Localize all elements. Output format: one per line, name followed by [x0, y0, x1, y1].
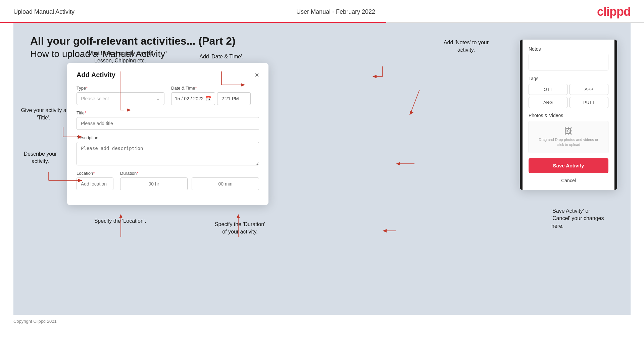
- title-row: Title*: [77, 110, 259, 130]
- modal-title: Add Activity: [77, 71, 115, 79]
- svg-marker-17: [373, 75, 377, 78]
- notes-textarea[interactable]: [529, 54, 608, 70]
- description-row: Description: [77, 135, 259, 165]
- calendar-icon: 📅: [206, 96, 211, 101]
- date-time-group: Date & Time* 15 / 02 / 2022 📅 2:21 PM: [171, 86, 259, 105]
- manual-label: User Manual - February 2022: [296, 8, 375, 15]
- date-label: Date & Time*: [171, 86, 259, 91]
- title-input[interactable]: [77, 117, 259, 130]
- type-select[interactable]: Please select ⌄: [77, 92, 164, 105]
- phone-panel: Notes Tags OTT APP ARG PUTT Photos & Vid…: [520, 40, 617, 190]
- tag-arg[interactable]: ARG: [529, 97, 567, 108]
- tags-grid: OTT APP ARG PUTT: [529, 84, 608, 108]
- location-duration-row: Location* Duration*: [77, 171, 259, 190]
- description-group: Description: [77, 135, 259, 165]
- save-activity-button[interactable]: Save Activity: [529, 158, 608, 173]
- footer: Copyright Clippd 2021: [0, 315, 644, 328]
- svg-marker-19: [409, 111, 413, 115]
- photos-label: Photos & Videos: [529, 113, 608, 118]
- type-label: Type*: [77, 86, 164, 91]
- modal-header: Add Activity ×: [77, 71, 259, 79]
- duration-inputs: [120, 177, 259, 190]
- type-group: Type* Please select ⌄: [77, 86, 164, 105]
- tag-app[interactable]: APP: [569, 84, 608, 95]
- ann-save: 'Save Activity' or 'Cancel' your changes…: [551, 207, 625, 230]
- ann-describe: Describe your activity.: [13, 150, 67, 165]
- type-placeholder: Please select: [81, 96, 109, 101]
- duration-hr-input[interactable]: [120, 177, 188, 190]
- ann-duration: Specify the 'Duration' of your activity.: [201, 221, 279, 236]
- location-input[interactable]: [77, 177, 113, 190]
- svg-marker-23: [383, 229, 387, 232]
- duration-label: Duration*: [120, 171, 259, 176]
- title-group: Title*: [77, 110, 259, 130]
- ann-notes: Add 'Notes' to your activity.: [429, 39, 503, 54]
- logo: clippd: [597, 5, 631, 19]
- photo-icon: 🖼: [532, 126, 605, 136]
- ann-location: Specify the 'Location'.: [87, 217, 154, 225]
- location-label: Location*: [77, 171, 113, 176]
- notes-label: Notes: [529, 46, 608, 52]
- time-input[interactable]: 2:21 PM: [217, 92, 251, 105]
- date-input[interactable]: 15 / 02 / 2022 📅: [171, 92, 215, 105]
- tag-putt[interactable]: PUTT: [569, 97, 608, 108]
- type-date-row: Type* Please select ⌄ Date & Time* 15 / …: [77, 86, 259, 105]
- duration-group: Duration*: [120, 171, 259, 190]
- phone-panel-inner: Notes Tags OTT APP ARG PUTT Photos & Vid…: [529, 46, 608, 185]
- photos-drop-zone[interactable]: 🖼 Drag and Drop photos and videos or cli…: [529, 121, 608, 153]
- duration-min-input[interactable]: [192, 177, 259, 190]
- svg-marker-14: [237, 214, 240, 218]
- date-value: 15 / 02 / 2022: [175, 96, 204, 101]
- close-button[interactable]: ×: [255, 71, 259, 79]
- title-label: Title*: [77, 110, 259, 115]
- page-title: Upload Manual Activity: [13, 8, 75, 15]
- svg-marker-21: [396, 162, 400, 165]
- tag-ott[interactable]: OTT: [529, 84, 567, 95]
- ann-activity-type: What type of activity was it? Lesson, Ch…: [87, 50, 154, 65]
- svg-line-18: [411, 90, 419, 112]
- photos-drop-text: Drag and Drop photos and videos or click…: [532, 137, 605, 148]
- add-activity-modal: Add Activity × Type* Please select ⌄ Dat…: [67, 63, 268, 205]
- copyright: Copyright Clippd 2021: [13, 319, 57, 324]
- tags-label: Tags: [529, 76, 608, 81]
- date-time-inputs: 15 / 02 / 2022 📅 2:21 PM: [171, 92, 259, 105]
- ann-date-time: Add 'Date & Time'.: [188, 53, 255, 60]
- top-bar: Upload Manual Activity User Manual - Feb…: [0, 0, 644, 22]
- description-label: Description: [77, 135, 259, 140]
- ann-title: Give your activity a 'Title'.: [13, 107, 74, 122]
- location-group: Location*: [77, 171, 113, 190]
- cancel-button[interactable]: Cancel: [529, 176, 608, 185]
- chevron-down-icon: ⌄: [156, 96, 160, 101]
- main-content: All your golf-relevant activities... (Pa…: [13, 23, 631, 315]
- time-value: 2:21 PM: [221, 96, 239, 101]
- description-input[interactable]: [77, 142, 259, 165]
